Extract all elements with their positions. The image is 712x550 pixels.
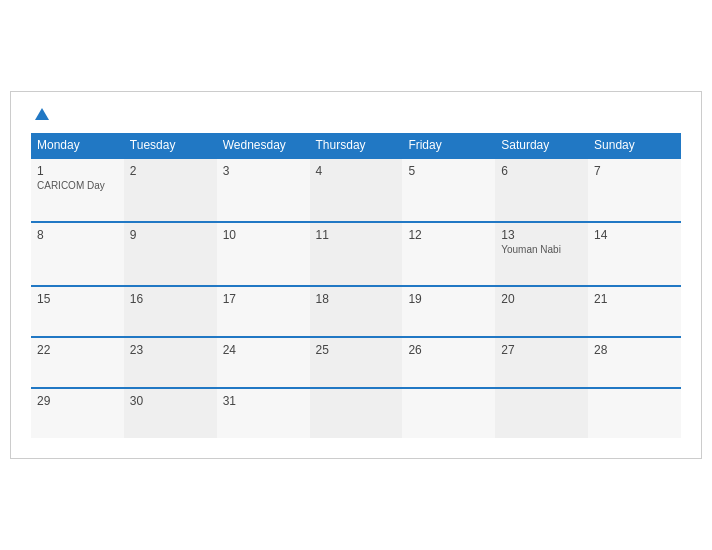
calendar-week-row: 22232425262728 bbox=[31, 337, 681, 388]
day-number: 28 bbox=[594, 343, 675, 357]
day-number: 4 bbox=[316, 164, 397, 178]
calendar-cell: 6 bbox=[495, 158, 588, 222]
calendar-week-row: 8910111213Youman Nabi14 bbox=[31, 222, 681, 286]
weekday-header: Tuesday bbox=[124, 133, 217, 158]
calendar-cell: 19 bbox=[402, 286, 495, 337]
calendar-cell: 28 bbox=[588, 337, 681, 388]
calendar-grid: MondayTuesdayWednesdayThursdayFridaySatu… bbox=[31, 133, 681, 438]
calendar-cell: 18 bbox=[310, 286, 403, 337]
calendar-cell bbox=[495, 388, 588, 438]
calendar-cell: 30 bbox=[124, 388, 217, 438]
weekday-header: Sunday bbox=[588, 133, 681, 158]
calendar-cell: 7 bbox=[588, 158, 681, 222]
calendar-cell: 11 bbox=[310, 222, 403, 286]
calendar-cell: 5 bbox=[402, 158, 495, 222]
day-number: 6 bbox=[501, 164, 582, 178]
day-number: 19 bbox=[408, 292, 489, 306]
day-number: 2 bbox=[130, 164, 211, 178]
day-number: 12 bbox=[408, 228, 489, 242]
day-number: 8 bbox=[37, 228, 118, 242]
calendar-cell bbox=[310, 388, 403, 438]
weekday-header: Friday bbox=[402, 133, 495, 158]
day-number: 13 bbox=[501, 228, 582, 242]
calendar-cell: 16 bbox=[124, 286, 217, 337]
day-number: 20 bbox=[501, 292, 582, 306]
day-number: 9 bbox=[130, 228, 211, 242]
calendar-cell bbox=[402, 388, 495, 438]
calendar-cell: 3 bbox=[217, 158, 310, 222]
day-number: 10 bbox=[223, 228, 304, 242]
day-number: 1 bbox=[37, 164, 118, 178]
weekday-header: Monday bbox=[31, 133, 124, 158]
weekday-header: Saturday bbox=[495, 133, 588, 158]
calendar-cell: 17 bbox=[217, 286, 310, 337]
day-number: 29 bbox=[37, 394, 118, 408]
calendar-cell: 15 bbox=[31, 286, 124, 337]
day-number: 5 bbox=[408, 164, 489, 178]
day-number: 27 bbox=[501, 343, 582, 357]
logo-triangle-icon bbox=[35, 108, 49, 120]
day-number: 25 bbox=[316, 343, 397, 357]
calendar-cell: 25 bbox=[310, 337, 403, 388]
calendar-cell: 2 bbox=[124, 158, 217, 222]
calendar-cell: 26 bbox=[402, 337, 495, 388]
calendar-cell: 13Youman Nabi bbox=[495, 222, 588, 286]
calendar-cell: 27 bbox=[495, 337, 588, 388]
calendar-cell: 14 bbox=[588, 222, 681, 286]
day-number: 7 bbox=[594, 164, 675, 178]
day-number: 18 bbox=[316, 292, 397, 306]
day-number: 21 bbox=[594, 292, 675, 306]
day-number: 16 bbox=[130, 292, 211, 306]
day-number: 17 bbox=[223, 292, 304, 306]
calendar-cell: 31 bbox=[217, 388, 310, 438]
day-number: 30 bbox=[130, 394, 211, 408]
day-number: 11 bbox=[316, 228, 397, 242]
calendar-cell: 29 bbox=[31, 388, 124, 438]
calendar-cell: 12 bbox=[402, 222, 495, 286]
calendar-cell: 23 bbox=[124, 337, 217, 388]
calendar-wrapper: MondayTuesdayWednesdayThursdayFridaySatu… bbox=[10, 91, 702, 459]
day-number: 24 bbox=[223, 343, 304, 357]
day-number: 23 bbox=[130, 343, 211, 357]
day-number: 26 bbox=[408, 343, 489, 357]
calendar-cell: 4 bbox=[310, 158, 403, 222]
calendar-cell: 20 bbox=[495, 286, 588, 337]
calendar-cell: 1CARICOM Day bbox=[31, 158, 124, 222]
day-number: 22 bbox=[37, 343, 118, 357]
logo bbox=[31, 108, 49, 121]
day-number: 3 bbox=[223, 164, 304, 178]
calendar-cell: 21 bbox=[588, 286, 681, 337]
weekday-header-row: MondayTuesdayWednesdayThursdayFridaySatu… bbox=[31, 133, 681, 158]
weekday-header: Thursday bbox=[310, 133, 403, 158]
logo-blue-text bbox=[31, 108, 49, 121]
calendar-cell: 24 bbox=[217, 337, 310, 388]
event-label: Youman Nabi bbox=[501, 244, 582, 255]
event-label: CARICOM Day bbox=[37, 180, 118, 191]
calendar-cell: 9 bbox=[124, 222, 217, 286]
calendar-cell: 22 bbox=[31, 337, 124, 388]
day-number: 14 bbox=[594, 228, 675, 242]
calendar-cell: 10 bbox=[217, 222, 310, 286]
calendar-cell: 8 bbox=[31, 222, 124, 286]
calendar-cell bbox=[588, 388, 681, 438]
day-number: 31 bbox=[223, 394, 304, 408]
day-number: 15 bbox=[37, 292, 118, 306]
calendar-header bbox=[31, 108, 681, 121]
calendar-week-row: 293031 bbox=[31, 388, 681, 438]
calendar-week-row: 1CARICOM Day234567 bbox=[31, 158, 681, 222]
weekday-header: Wednesday bbox=[217, 133, 310, 158]
calendar-week-row: 15161718192021 bbox=[31, 286, 681, 337]
